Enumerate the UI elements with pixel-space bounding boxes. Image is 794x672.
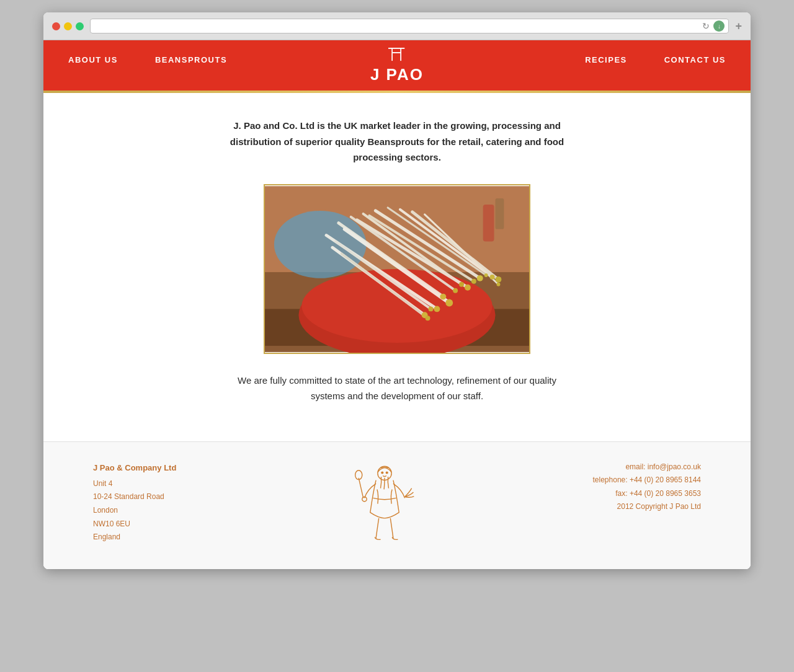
logo-area[interactable]: ⛩ J PAO (370, 46, 424, 84)
nav-about-us[interactable]: ABOUT US (68, 55, 118, 76)
footer-address-line-4: NW10 6EU (93, 518, 176, 531)
footer-copyright: 2012 Copyright J Pao Ltd (593, 500, 701, 514)
nav-right: RECIPES CONTACT US (585, 55, 726, 76)
browser-chrome: ↻ ↓ + (43, 12, 751, 40)
footer-fax: fax: +44 (0) 20 8965 3653 (593, 487, 701, 501)
svg-point-21 (440, 293, 446, 299)
site-header: ABOUT US BEANSPROUTS ⛩ J PAO RECIPES CON… (43, 40, 751, 93)
logo-icon: ⛩ (388, 46, 406, 64)
beansprouts-image-container (264, 184, 530, 354)
svg-point-33 (496, 282, 500, 286)
browser-window: ↻ ↓ + ABOUT US BEANSPROUTS ⛩ J PAO RECIP… (43, 12, 751, 569)
svg-line-43 (359, 477, 363, 498)
beansprouts-image (265, 185, 529, 353)
minimize-button[interactable] (64, 22, 72, 30)
secondary-text: We are fully committed to state of the a… (230, 373, 564, 404)
svg-point-31 (490, 274, 495, 279)
footer-telephone: telephone: +44 (0) 20 8965 8144 (593, 474, 701, 487)
footer-address: J Pao & Company Ltd Unit 4 10-24 Standar… (93, 461, 176, 544)
nav-contact-us[interactable]: CONTACT US (664, 55, 726, 76)
svg-point-32 (496, 276, 502, 282)
footer-address-line-2: 10-24 Standard Road (93, 490, 176, 504)
svg-point-23 (434, 306, 440, 312)
refresh-icon: ↻ (702, 21, 710, 31)
site-footer: J Pao & Company Ltd Unit 4 10-24 Standar… (43, 441, 751, 569)
footer-company-name: J Pao & Company Ltd (93, 461, 176, 475)
intro-text: J. Pao and Co. Ltd is the UK market lead… (223, 118, 571, 166)
footer-address-line-1: Unit 4 (93, 477, 176, 491)
footer-address-line-3: London (93, 504, 176, 518)
address-bar[interactable]: ↻ ↓ (90, 19, 729, 33)
svg-point-27 (445, 299, 453, 306)
svg-point-29 (465, 284, 471, 290)
footer-contact: email: info@jpao.co.uk telephone: +44 (0… (593, 461, 701, 514)
site-wrapper: ABOUT US BEANSPROUTS ⛩ J PAO RECIPES CON… (43, 40, 751, 569)
footer-email: email: info@jpao.co.uk (593, 461, 701, 474)
browser-dots (52, 22, 84, 30)
nav-beansprouts[interactable]: BEANSPROUTS (155, 55, 227, 76)
svg-point-22 (453, 288, 458, 293)
header-inner: ABOUT US BEANSPROUTS ⛩ J PAO RECIPES CON… (43, 46, 751, 84)
download-icon: ↓ (713, 20, 725, 32)
svg-rect-37 (496, 198, 504, 229)
svg-point-30 (471, 278, 476, 283)
new-tab-button[interactable]: + (735, 20, 742, 33)
site-main: J. Pao and Co. Ltd is the UK market lead… (43, 93, 751, 441)
svg-point-41 (386, 472, 388, 474)
footer-logo-area (176, 461, 592, 541)
svg-point-24 (459, 281, 464, 286)
svg-point-5 (301, 269, 492, 343)
footer-address-line-5: England (93, 531, 176, 544)
svg-point-40 (381, 472, 383, 474)
close-button[interactable] (52, 22, 60, 30)
svg-point-25 (477, 275, 483, 281)
svg-point-26 (484, 273, 488, 276)
footer-figure-icon (344, 461, 425, 541)
svg-point-3 (274, 210, 367, 278)
logo-text: J PAO (370, 65, 424, 84)
svg-rect-36 (483, 204, 494, 241)
svg-point-35 (426, 316, 430, 321)
nav-recipes[interactable]: RECIPES (585, 55, 627, 76)
nav-left: ABOUT US BEANSPROUTS (68, 55, 227, 76)
maximize-button[interactable] (76, 22, 84, 30)
svg-point-28 (429, 306, 434, 311)
